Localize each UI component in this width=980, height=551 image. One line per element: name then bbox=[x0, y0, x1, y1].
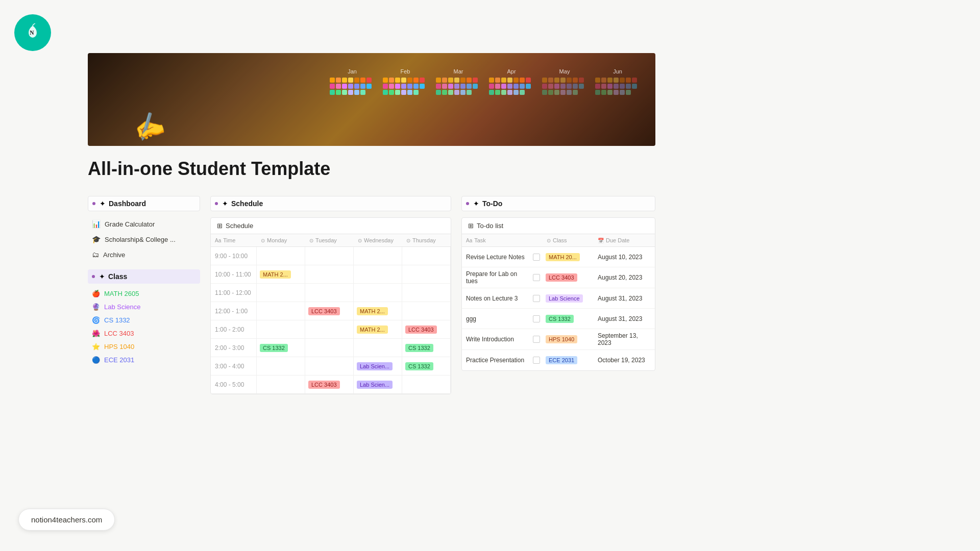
cell-1200-tue[interactable]: LCC 3403 bbox=[305, 302, 354, 320]
cell-1000-thu bbox=[402, 265, 451, 284]
cell-100-wed[interactable]: MATH 2... bbox=[354, 320, 402, 339]
checkbox-1[interactable] bbox=[533, 274, 540, 281]
check-0[interactable] bbox=[530, 247, 543, 267]
task-1: Prepare for Lab on tues bbox=[462, 267, 530, 288]
cal-dot bbox=[520, 90, 525, 95]
check-3[interactable] bbox=[530, 309, 543, 329]
check-1[interactable] bbox=[530, 267, 543, 288]
cal-dot bbox=[632, 78, 637, 83]
cal-dot bbox=[401, 78, 406, 83]
cell-400-tue[interactable]: LCC 3403 bbox=[305, 375, 354, 394]
schedule-tab-icon: ⊞ bbox=[217, 222, 223, 230]
class-item-ece[interactable]: 🔵 ECE 2031 bbox=[88, 354, 200, 366]
cal-dot bbox=[560, 84, 566, 89]
class-section-header: ✦ Class bbox=[88, 269, 200, 284]
header-wednesday: ⊙ Wednesday bbox=[354, 234, 402, 247]
checkbox-5[interactable] bbox=[533, 357, 540, 364]
checkbox-4[interactable] bbox=[533, 336, 540, 343]
columns-layout: ✦ Dashboard 📊 Grade Calculator 🎓 Scholar… bbox=[88, 196, 655, 394]
lcc-icon: 🌺 bbox=[92, 330, 100, 337]
todo-row-5: Practice Presentation ECE 2031 October 1… bbox=[462, 350, 655, 370]
cal-dot bbox=[567, 78, 572, 83]
header-thursday: ⊙ Thursday bbox=[402, 234, 451, 247]
dashboard-item-archive[interactable]: 🗂 Archive bbox=[88, 248, 200, 261]
notion-logo[interactable]: N bbox=[14, 14, 51, 51]
check-4[interactable] bbox=[530, 329, 543, 349]
cell-100-thu[interactable]: LCC 3403 bbox=[402, 320, 451, 339]
lcc-label: LCC 3403 bbox=[104, 330, 134, 337]
task-5: Practice Presentation bbox=[462, 350, 530, 370]
time-400: 4:00 - 5:00 bbox=[211, 375, 257, 394]
cal-dot bbox=[442, 78, 447, 83]
cal-dot bbox=[360, 90, 365, 95]
class-item-lcc[interactable]: 🌺 LCC 3403 bbox=[88, 328, 200, 339]
class-item-hps[interactable]: ⭐ HPS 1040 bbox=[88, 341, 200, 353]
grade-icon: 📊 bbox=[92, 220, 101, 228]
dashboard-item-scholarship[interactable]: 🎓 Scholarship& College ... bbox=[88, 233, 200, 246]
checkbox-0[interactable] bbox=[533, 254, 540, 261]
check-5[interactable] bbox=[530, 350, 543, 370]
cal-dot bbox=[573, 78, 578, 83]
cal-dot bbox=[383, 78, 388, 83]
todo-sparkle: ✦ bbox=[473, 199, 479, 208]
cal-dot bbox=[460, 78, 465, 83]
cell-1000-mon[interactable]: MATH 2... bbox=[257, 265, 305, 284]
cal-dot bbox=[460, 84, 465, 89]
cal-dot bbox=[454, 84, 459, 89]
checkbox-2[interactable] bbox=[533, 295, 540, 302]
main-content: All-in-one Student Template ✦ Dashboard … bbox=[88, 158, 655, 394]
cal-dot bbox=[614, 78, 619, 83]
cal-month-apr: Apr bbox=[489, 68, 534, 95]
todo-tab-icon: ⊞ bbox=[468, 222, 474, 230]
badge-cs-200-thu: CS 1332 bbox=[405, 344, 433, 352]
tbadge-5: ECE 2031 bbox=[546, 356, 577, 364]
check-2[interactable] bbox=[530, 288, 543, 308]
schedule-tab[interactable]: ⊞ Schedule bbox=[211, 218, 451, 234]
cell-200-mon[interactable]: CS 1332 bbox=[257, 339, 305, 357]
cal-dot bbox=[389, 84, 394, 89]
cal-dot bbox=[614, 90, 619, 95]
cal-dot bbox=[383, 84, 388, 89]
cal-dot bbox=[573, 84, 578, 89]
cal-dot bbox=[436, 84, 441, 89]
cal-dot bbox=[595, 90, 600, 95]
cell-900-wed bbox=[354, 247, 402, 265]
time-900: 9:00 - 10:00 bbox=[211, 247, 257, 265]
cell-400-thu bbox=[402, 375, 451, 394]
badge-math-100: MATH 2... bbox=[357, 325, 388, 334]
cell-400-wed[interactable]: Lab Scien... bbox=[354, 375, 402, 394]
cal-dot bbox=[454, 90, 459, 95]
cell-1200-mon bbox=[257, 302, 305, 320]
cell-300-thu[interactable]: CS 1332 bbox=[402, 357, 451, 375]
cal-dot bbox=[601, 78, 606, 83]
cell-200-thu[interactable]: CS 1332 bbox=[402, 339, 451, 357]
class-dot bbox=[92, 275, 95, 278]
badge-labsci-300: Lab Scien... bbox=[357, 362, 393, 370]
todo-row-1: Prepare for Lab on tues LCC 3403 August … bbox=[462, 267, 655, 288]
badge-lcc-100: LCC 3403 bbox=[405, 325, 437, 334]
checkbox-3[interactable] bbox=[533, 315, 540, 322]
cal-dot bbox=[620, 84, 625, 89]
cal-dot bbox=[520, 84, 525, 89]
dashboard-item-grade[interactable]: 📊 Grade Calculator bbox=[88, 217, 200, 231]
todo-tab-label: To-do list bbox=[477, 222, 503, 230]
cal-dot bbox=[330, 84, 335, 89]
class-item-math[interactable]: 🍎 MATH 2605 bbox=[88, 288, 200, 299]
thu-icon: ⊙ bbox=[406, 238, 410, 243]
cell-100-mon bbox=[257, 320, 305, 339]
todo-header-row: Aa Task ⊙ Class 📅 Due Date bbox=[462, 234, 655, 247]
cell-300-wed[interactable]: Lab Scien... bbox=[354, 357, 402, 375]
cal-dot bbox=[407, 78, 412, 83]
cal-dot bbox=[626, 78, 631, 83]
cal-dot bbox=[495, 84, 500, 89]
cal-dot bbox=[366, 84, 372, 89]
time-icon: Aa bbox=[215, 238, 221, 243]
todo-tab[interactable]: ⊞ To-do list bbox=[462, 218, 655, 234]
cell-1200-wed[interactable]: MATH 2... bbox=[354, 302, 402, 320]
cal-dot bbox=[548, 78, 553, 83]
class-item-cs[interactable]: 🌀 CS 1332 bbox=[88, 314, 200, 326]
schedule-column: ✦ Schedule ⊞ Schedule Aa Time ⊙ Monday bbox=[210, 196, 451, 394]
cal-dot bbox=[513, 84, 519, 89]
class-item-labsci[interactable]: 🔮 Lab Science bbox=[88, 301, 200, 313]
cal-dot bbox=[348, 84, 353, 89]
